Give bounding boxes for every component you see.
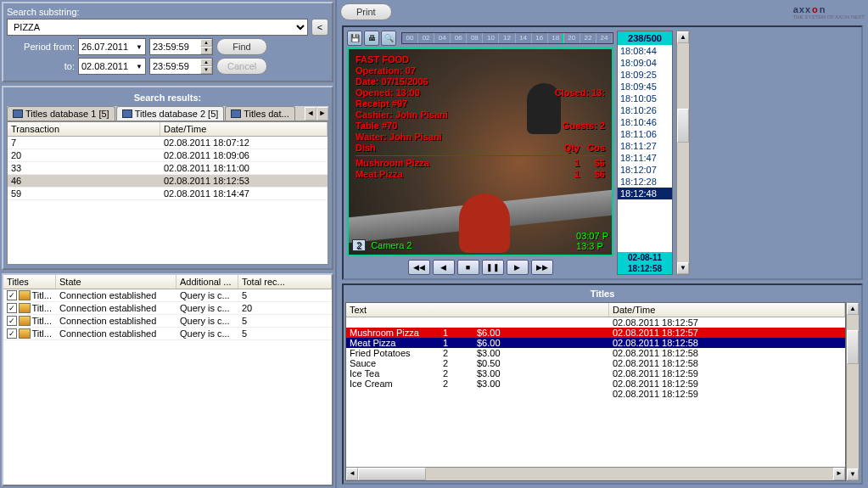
time-from-spinner[interactable]: 23:59:59▲▼ <box>149 38 213 55</box>
col-total[interactable]: Total rec... <box>238 275 332 289</box>
col-text[interactable]: Text <box>346 303 609 317</box>
forward-button[interactable]: ▶▶ <box>531 260 553 275</box>
timestamp-item[interactable]: 18:12:48 <box>618 188 672 199</box>
scroll-up-icon[interactable]: ▲ <box>847 303 859 315</box>
tab-scroll-left[interactable]: ◄ <box>305 107 316 121</box>
scroll-down-icon[interactable]: ▼ <box>847 468 859 480</box>
zoom-icon[interactable]: 🔍 <box>381 31 396 46</box>
pause-button[interactable]: ❚❚ <box>482 260 504 275</box>
timeline-tick: 22 <box>580 33 596 43</box>
list-item[interactable]: 02.08.2011 18:12:57 <box>346 317 845 328</box>
tab-scroll-right[interactable]: ► <box>316 107 328 121</box>
connections-panel: Titles State Additional ... Total rec...… <box>2 273 333 486</box>
list-item[interactable]: Meat Pizza1$6.0002.08.2011 18:12:58 <box>346 338 845 348</box>
timestamp-item[interactable]: 18:09:45 <box>618 81 672 93</box>
video-frame[interactable]: FAST FOOD Operation: 07 Date: 07/15/2006… <box>347 48 613 256</box>
save-icon[interactable]: 💾 <box>347 31 362 46</box>
table-row[interactable]: 4602.08.2011 18:12:53 <box>8 175 328 188</box>
list-item[interactable]: Fried Potatoes2$3.0002.08.2011 18:12:58 <box>346 348 845 358</box>
col-datetime[interactable]: Date/Time <box>609 303 845 317</box>
cancel-button[interactable]: Cancel <box>216 58 267 75</box>
monitor-icon <box>13 109 23 118</box>
timestamp-item[interactable]: 18:09:04 <box>618 57 672 69</box>
timestamp-item[interactable]: 18:11:27 <box>618 140 672 152</box>
play-button[interactable]: ▶ <box>507 260 529 275</box>
period-from-label: Period from: <box>7 42 75 52</box>
list-item[interactable]: Mushroom Pizza1$6.0002.08.2011 18:12:57 <box>346 328 845 338</box>
chevron-down-icon: ▼ <box>136 43 143 51</box>
scroll-right-icon[interactable]: ► <box>833 468 845 480</box>
timeline-marker[interactable] <box>562 33 563 43</box>
scroll-thumb[interactable] <box>677 109 689 143</box>
table-row[interactable]: 2002.08.2011 18:09:06 <box>8 149 328 162</box>
chevron-down-icon: ▼ <box>136 63 143 70</box>
hscroll-thumb[interactable] <box>358 468 426 480</box>
table-row[interactable]: ✓Titl...Connection establishedQuery is c… <box>3 302 332 315</box>
list-item[interactable]: Ice Tea2$3.0002.08.2011 18:12:59 <box>346 368 845 379</box>
timestamp-item[interactable]: 18:10:46 <box>618 116 672 128</box>
col-titles[interactable]: Titles <box>3 275 56 289</box>
time-to-spinner[interactable]: 23:59:59▲▼ <box>149 58 213 75</box>
database-icon <box>19 328 31 339</box>
titles-vscrollbar[interactable]: ▲ ▼ <box>846 302 860 481</box>
top-bar: Print axxon THE SYSTEM OF AXON NEXT <box>337 0 868 24</box>
timestamp-item[interactable]: 18:10:05 <box>618 93 672 104</box>
timestamp-item[interactable]: 18:08:44 <box>618 45 672 57</box>
table-row[interactable]: 3302.08.2011 18:11:00 <box>8 162 328 175</box>
database-icon <box>19 303 31 313</box>
checkbox[interactable]: ✓ <box>7 290 17 300</box>
list-item[interactable]: 02.08.2011 18:12:59 <box>346 389 845 399</box>
timeline-tick: 06 <box>451 33 467 43</box>
col-state[interactable]: State <box>56 275 176 289</box>
search-input[interactable]: PIZZA <box>7 19 308 36</box>
table-row[interactable]: ✓Titl...Connection establishedQuery is c… <box>3 328 332 340</box>
back-button[interactable]: < <box>311 19 328 36</box>
table-row[interactable]: 5902.08.2011 18:14:47 <box>8 188 328 200</box>
list-item[interactable]: Sauce2$0.5002.08.2011 18:12:58 <box>346 358 845 368</box>
rewind-button[interactable]: ◀◀ <box>408 260 430 275</box>
col-additional[interactable]: Additional ... <box>176 275 238 289</box>
list-item[interactable]: Ice Cream2$3.0002.08.2011 18:12:59 <box>346 379 845 389</box>
results-tab[interactable]: Titles database 1 [5] <box>7 106 115 121</box>
scroll-down-icon[interactable]: ▼ <box>677 262 689 274</box>
checkbox[interactable]: ✓ <box>7 328 17 339</box>
timeline-tick: 10 <box>483 33 499 43</box>
timestamp-item[interactable]: 18:12:28 <box>618 176 672 188</box>
results-tab[interactable]: Titles database 2 [5] <box>116 106 225 121</box>
timestamp-item[interactable]: 18:11:06 <box>618 128 672 140</box>
date-from-picker[interactable]: 26.07.2011▼ <box>78 38 146 55</box>
timeline-tick: 04 <box>434 33 451 43</box>
timeline[interactable]: 00020406081012141618202224 <box>401 32 613 44</box>
col-transaction[interactable]: Transaction <box>8 122 160 136</box>
timestamp-item[interactable]: 18:12:07 <box>618 164 672 176</box>
table-row[interactable]: 702.08.2011 18:07:12 <box>8 137 328 149</box>
stop-button[interactable]: ■ <box>457 260 479 275</box>
timeline-tick: 14 <box>516 33 532 43</box>
find-button[interactable]: Find <box>216 38 267 55</box>
timestamp-item[interactable]: 18:11:47 <box>618 152 672 164</box>
print-icon[interactable]: 🖶 <box>364 31 379 46</box>
timestamp-scrollbar[interactable]: ▲ ▼ <box>676 31 690 275</box>
table-row[interactable]: ✓Titl...Connection establishedQuery is c… <box>3 315 332 328</box>
titles-hscrollbar[interactable]: ◄ ► <box>346 467 845 480</box>
timestamp-list: 238/500 18:08:4418:09:0418:09:2518:09:45… <box>617 31 673 275</box>
date-to-picker[interactable]: 02.08.2011▼ <box>78 58 146 75</box>
timestamp-item[interactable]: 18:09:25 <box>618 69 672 81</box>
checkbox[interactable]: ✓ <box>7 303 17 313</box>
scroll-left-icon[interactable]: ◄ <box>346 468 358 480</box>
table-row[interactable]: ✓Titl...Connection establishedQuery is c… <box>3 289 332 302</box>
scroll-thumb[interactable] <box>847 330 859 364</box>
results-tab[interactable]: Titles dat... <box>225 106 294 121</box>
checkbox[interactable]: ✓ <box>7 316 17 326</box>
footer-time: 18:12:58 <box>618 263 672 274</box>
print-button[interactable]: Print <box>340 3 392 20</box>
titles-title: Titles <box>345 289 860 299</box>
scroll-up-icon[interactable]: ▲ <box>677 31 689 43</box>
timeline-tick: 24 <box>596 33 613 43</box>
timeline-tick: 08 <box>467 33 483 43</box>
results-panel: Search results: Titles database 1 [5]Tit… <box>2 86 333 270</box>
timestamp-item[interactable]: 18:10:26 <box>618 104 672 116</box>
video-area: 💾 🖶 🔍 00020406081012141618202224 FAST FO… <box>342 25 863 280</box>
play-back-button[interactable]: ◀ <box>433 260 455 275</box>
col-datetime[interactable]: Date/Time <box>160 122 328 136</box>
